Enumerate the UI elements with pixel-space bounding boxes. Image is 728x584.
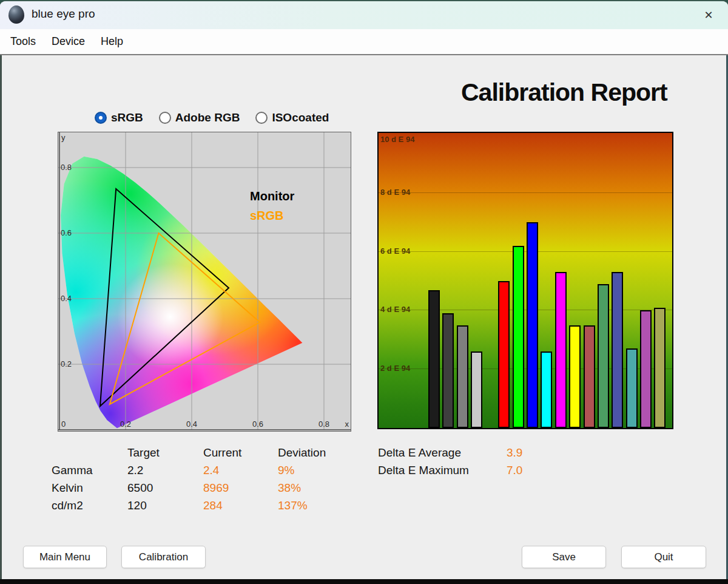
bar-slate-blue <box>612 272 623 428</box>
quit-button[interactable]: Quit <box>621 546 706 568</box>
radio-selected-icon[interactable] <box>95 112 107 124</box>
bar-black <box>428 290 440 428</box>
title-bar: blue eye pro ✕ <box>0 1 728 29</box>
svg-text:0.2: 0.2 <box>61 359 72 368</box>
delta-e-bar-chart: 10 d E 948 d E 946 d E 944 d E 942 d E 9… <box>377 132 673 429</box>
app-logo-icon <box>8 5 24 24</box>
delta-e-average-value: 3.9 <box>507 446 522 460</box>
radio-unselected-icon[interactable] <box>255 112 268 124</box>
measurement-table: Target Current Deviation Gamma 2.2 2.4 9… <box>52 444 351 514</box>
svg-text:y: y <box>61 133 66 142</box>
bar-purple <box>640 310 652 428</box>
page-title: Calibration Report <box>461 78 711 107</box>
delta-e-maximum-row: Delta E Maximum 7.0 <box>378 461 522 479</box>
bar-gray <box>457 325 468 428</box>
table-row-gamma: Gamma 2.2 2.4 9% <box>52 461 351 479</box>
svg-text:0.8: 0.8 <box>61 163 72 172</box>
main-menu-button[interactable]: Main Menu <box>23 546 107 568</box>
legend-monitor: Monitor <box>250 189 294 203</box>
gamut-radio-group: sRGB Adobe RGB ISOcoated <box>95 111 329 124</box>
delta-e-summary: Delta E Average 3.9 Delta E Maximum 7.0 <box>378 444 522 479</box>
window-left-edge <box>0 55 2 584</box>
main-content: Calibration Report sRGB Adobe RGB ISOcoa… <box>0 55 728 584</box>
bar-cyan <box>541 351 552 428</box>
bar-brown <box>584 325 595 428</box>
bar-light-gray <box>471 351 482 428</box>
menu-device[interactable]: Device <box>44 35 93 48</box>
svg-text:0.2: 0.2 <box>120 419 131 429</box>
radio-isocoated[interactable]: ISOcoated <box>255 111 329 124</box>
close-icon[interactable]: ✕ <box>700 7 717 24</box>
bar-green <box>513 246 524 428</box>
col-current: Current <box>203 446 278 460</box>
table-header-row: Target Current Deviation <box>52 444 351 461</box>
de-gridline <box>379 251 672 252</box>
app-window: blue eye pro ✕ Tools Device Help Calibra… <box>0 0 728 584</box>
bar-magenta <box>555 272 567 428</box>
table-row-luminance: cd/m2 120 284 137% <box>52 497 351 514</box>
svg-text:0.4: 0.4 <box>61 294 72 303</box>
bar-blue <box>527 222 538 428</box>
de-scale-label: 4 d E 94 <box>380 305 410 314</box>
cie-chart-canvas: 00.20.40.60.80.20.40.60.8yx <box>58 132 351 431</box>
bar-red <box>498 281 510 428</box>
bar-dark-gray <box>442 313 454 428</box>
calibration-button[interactable]: Calibration <box>121 546 206 568</box>
de-scale-label: 2 d E 94 <box>380 364 410 373</box>
de-scale-label: 10 d E 94 <box>380 135 414 144</box>
table-row-kelvin: Kelvin 6500 8969 38% <box>52 479 351 497</box>
delta-e-average-row: Delta E Average 3.9 <box>378 444 522 461</box>
de-gridline <box>379 310 672 310</box>
legend-srgb: sRGB <box>250 209 284 223</box>
bar-teal <box>626 348 638 428</box>
svg-text:0.6: 0.6 <box>252 419 263 429</box>
bar-olive <box>654 308 666 428</box>
col-target: Target <box>127 446 203 460</box>
svg-text:x: x <box>345 419 349 429</box>
svg-text:0: 0 <box>61 419 66 429</box>
de-scale-label: 6 d E 94 <box>380 246 410 256</box>
radio-adobe-rgb[interactable]: Adobe RGB <box>159 111 240 124</box>
save-button[interactable]: Save <box>522 546 606 568</box>
bar-yellow <box>569 325 581 428</box>
de-gridline <box>379 192 672 193</box>
menu-bar: Tools Device Help <box>0 29 728 55</box>
window-title: blue eye pro <box>32 7 95 21</box>
svg-text:0.4: 0.4 <box>186 419 197 429</box>
bar-sea-green <box>598 284 609 428</box>
window-bottom-edge <box>0 579 728 584</box>
delta-e-maximum-value: 7.0 <box>507 464 522 477</box>
radio-srgb[interactable]: sRGB <box>95 111 143 124</box>
svg-text:0.8: 0.8 <box>318 419 329 429</box>
cie-chromaticity-chart: 00.20.40.60.80.20.40.60.8yx Monitor sRGB <box>58 132 351 432</box>
radio-unselected-icon[interactable] <box>159 112 171 124</box>
svg-text:0.6: 0.6 <box>61 228 72 237</box>
de-scale-label: 8 d E 94 <box>380 188 410 197</box>
menu-help[interactable]: Help <box>93 35 131 48</box>
menu-tools[interactable]: Tools <box>2 35 44 48</box>
col-deviation: Deviation <box>278 446 351 460</box>
